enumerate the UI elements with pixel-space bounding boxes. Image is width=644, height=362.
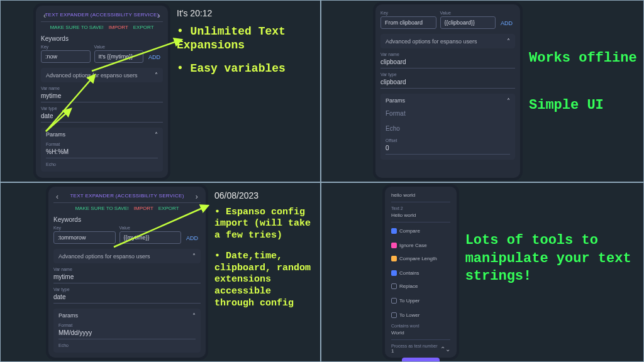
format-input[interactable]: %H:%M — [46, 146, 158, 158]
key-input[interactable]: From clipboard — [380, 16, 436, 29]
phone-panel-2: Key From clipboard Value {{clipboard}} A… — [375, 4, 520, 178]
value-label: Value — [119, 226, 182, 230]
tool-panel: hello world Text 2 Hello world Compare I… — [385, 187, 457, 358]
mk-line: Simple UI — [529, 97, 637, 115]
phone-panel-3: ‹ TEXT EXPANDER (ACCESSIBILITY SERVICE) … — [48, 187, 206, 358]
bullet: Date,time, clipboard, random extensions … — [214, 251, 315, 310]
phone-panel-1: ‹ TEXT EXPANDER (ACCESSIBILITY SERVICE) … — [36, 6, 168, 178]
echo-placeholder[interactable]: Echo — [386, 123, 510, 134]
echo-label: Echo — [58, 343, 196, 348]
value-label: Value — [94, 45, 144, 49]
quadrant-4: hello world Text 2 Hello world Compare I… — [321, 182, 644, 362]
var-name-label: Var name — [53, 267, 201, 272]
add-button[interactable]: ADD — [185, 233, 201, 244]
titlebar: ‹ TEXT EXPANDER (ACCESSIBILITY SERVICE) … — [41, 9, 163, 22]
advanced-label: Advanced options for espanso users — [386, 38, 477, 45]
stepper-icon[interactable]: ⌃⌄ — [440, 346, 450, 353]
titlebar: ‹ TEXT EXPANDER (ACCESSIBILITY SERVICE) … — [53, 190, 201, 203]
quadrant-2: Key From clipboard Value {{clipboard}} A… — [321, 0, 644, 182]
chk-compare[interactable]: Compare — [391, 228, 420, 234]
advanced-label: Advanced options for espanso users — [46, 72, 138, 79]
params-label: Params — [58, 312, 78, 319]
chevron-up-icon: ˄ — [507, 38, 510, 45]
offset-label: Offset — [386, 138, 510, 143]
var-type-label: Var type — [53, 287, 201, 292]
mk-line: Lots of tools to manipulate your text st… — [465, 233, 631, 284]
bullet: Unlimited Text Expansions — [177, 25, 315, 53]
offset-input[interactable]: 0 — [386, 143, 510, 155]
params-label: Params — [386, 97, 405, 104]
chevron-up-icon: ˄ — [155, 72, 158, 79]
var-type-input[interactable]: date — [53, 292, 201, 304]
quadrant-3: ‹ TEXT EXPANDER (ACCESSIBILITY SERVICE) … — [0, 182, 321, 362]
format-label: Format — [58, 323, 196, 327]
contains-word-input[interactable]: World — [391, 328, 450, 340]
key-input[interactable]: :tommorow — [53, 231, 116, 244]
keywords-heading: Keywords — [41, 35, 163, 42]
marketing-text-4: Lots of tools to manipulate your text st… — [462, 224, 640, 358]
advanced-label: Advanced options for espanso users — [58, 253, 150, 260]
value-input[interactable]: It's {{mytime}} — [94, 50, 144, 63]
value-input[interactable]: {{clipboard}} — [440, 16, 496, 29]
echo-label: Echo — [46, 162, 158, 167]
var-name-input[interactable]: mytime — [41, 90, 163, 102]
back-icon[interactable]: ‹ — [56, 192, 58, 201]
chk-contains[interactable]: Contains — [391, 270, 419, 276]
var-name-label: Var name — [41, 86, 163, 90]
add-button[interactable]: ADD — [147, 52, 163, 63]
import-button[interactable]: IMPORT — [109, 25, 128, 30]
keywords-heading: Keywords — [53, 216, 201, 223]
advanced-accordion[interactable]: Advanced options for espanso users ˄ — [41, 68, 163, 82]
chk-to-upper[interactable]: To Upper — [391, 298, 419, 304]
chevron-up-icon: ˄ — [192, 253, 196, 260]
advanced-accordion[interactable]: Advanced options for espanso users ˄ — [380, 34, 515, 48]
format-placeholder[interactable]: Format — [386, 108, 510, 119]
var-name-input[interactable]: clipboard — [380, 57, 515, 69]
text2-input[interactable]: Hello world — [391, 211, 450, 222]
marketing-text-2: Works offline Simple UI — [525, 42, 637, 178]
export-button[interactable]: EXPORT — [133, 25, 154, 30]
key-label: Key — [53, 226, 116, 230]
value-label: Value — [440, 11, 496, 15]
format-label: Format — [46, 142, 158, 146]
process-num-label: Process as test number — [391, 344, 438, 348]
value-input[interactable]: {{mytime}} — [119, 231, 182, 244]
app-title: TEXT EXPANDER (ACCESSIBILITY SERVICE) — [45, 12, 158, 18]
quadrant-1: ‹ TEXT EXPANDER (ACCESSIBILITY SERVICE) … — [0, 0, 321, 182]
chk-compare-length[interactable]: Compare Length — [391, 256, 437, 261]
var-name-input[interactable]: mytime — [53, 272, 201, 283]
add-button[interactable]: ADD — [499, 18, 515, 29]
marketing-text-1: It's 20:12 Unlimited Text Expansions Eas… — [173, 4, 316, 178]
var-name-label: Var name — [380, 52, 515, 57]
import-button[interactable]: IMPORT — [134, 206, 153, 211]
params-label: Params — [46, 131, 65, 138]
key-label: Key — [380, 11, 436, 15]
expansion-result: 06/08/2023 — [214, 190, 315, 202]
save-hint: MAKE SURE TO SAVE! — [75, 206, 128, 211]
key-label: Key — [41, 45, 91, 49]
forward-icon[interactable]: › — [196, 192, 198, 201]
process-num-input[interactable]: 1 — [391, 348, 438, 354]
export-button[interactable]: EXPORT — [158, 206, 179, 211]
chk-to-lower[interactable]: To Lower — [391, 312, 419, 318]
expansion-result: It's 20:12 — [177, 8, 315, 19]
chk-replace[interactable]: Replace — [391, 283, 418, 289]
mk-line: Works offline — [529, 50, 637, 66]
chevron-up-icon[interactable]: ˄ — [507, 97, 510, 104]
chevron-up-icon[interactable]: ˄ — [155, 131, 158, 138]
key-input[interactable]: :now — [41, 50, 91, 63]
bullet: Easy variables — [177, 62, 315, 76]
back-icon[interactable]: ‹ — [43, 11, 46, 20]
app-title: TEXT EXPANDER (ACCESSIBILITY SERVICE) — [70, 193, 184, 199]
var-type-label: Var type — [380, 72, 515, 77]
forward-icon[interactable]: › — [158, 11, 160, 20]
text2-label: Text 2 — [391, 206, 450, 211]
sample-text-1: hello world — [391, 190, 450, 202]
var-type-input[interactable]: date — [41, 111, 163, 123]
process-button[interactable]: Process — [402, 358, 440, 362]
format-input[interactable]: MM/dd/yyyy — [58, 327, 196, 339]
var-type-input[interactable]: clipboard — [380, 77, 515, 89]
chk-ignore-case[interactable]: Ignore Case — [391, 243, 427, 248]
chevron-up-icon[interactable]: ˄ — [192, 312, 196, 319]
advanced-accordion[interactable]: Advanced options for espanso users ˄ — [53, 249, 201, 263]
